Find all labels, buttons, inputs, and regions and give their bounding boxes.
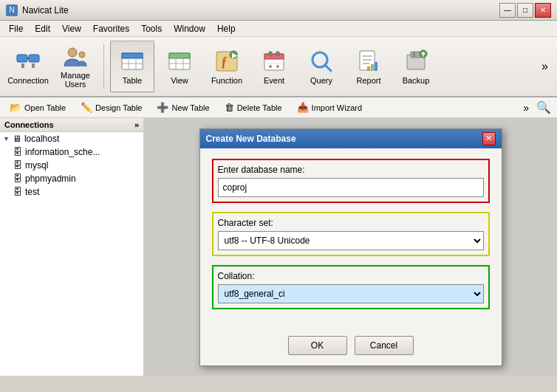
svg-rect-13 bbox=[169, 53, 190, 58]
backup-icon bbox=[403, 48, 429, 75]
tree-item-phpmyadmin[interactable]: 🗄 phpmyadmin bbox=[0, 172, 143, 185]
titlebar-controls: — □ ✕ bbox=[499, 3, 551, 18]
design-table-button[interactable]: ✏️ Design Table bbox=[74, 100, 148, 116]
report-icon bbox=[355, 48, 382, 75]
phpmyadmin-icon: 🗄 bbox=[13, 173, 22, 184]
charset-label: Character set: bbox=[218, 218, 484, 228]
localhost-icon: 🖥 bbox=[13, 134, 21, 144]
test-icon: 🗄 bbox=[13, 187, 22, 197]
design-table-icon: ✏️ bbox=[81, 102, 92, 113]
cancel-button[interactable]: Cancel bbox=[355, 336, 414, 355]
more-options-icon[interactable]: » bbox=[520, 99, 532, 117]
content-area: Create New Database ✕ Enter database nam… bbox=[144, 118, 557, 376]
menu-view[interactable]: View bbox=[56, 22, 87, 35]
open-table-label: Open Table bbox=[24, 103, 66, 112]
table-icon bbox=[119, 48, 146, 75]
table-label: Table bbox=[123, 76, 142, 85]
charset-select[interactable]: utf8 -- UTF-8 Unicode latin1 -- Latin1 bbox=[218, 231, 484, 250]
svg-point-6 bbox=[79, 52, 85, 58]
dialog-footer: OK Cancel bbox=[200, 330, 502, 365]
svg-marker-35 bbox=[371, 64, 374, 71]
new-table-button[interactable]: ➕ New Table bbox=[150, 100, 216, 116]
app-title: Navicat Lite bbox=[22, 5, 69, 16]
svg-point-5 bbox=[68, 48, 77, 57]
collation-group: Collation: utf8_general_ci utf8_bin utf8… bbox=[212, 265, 490, 309]
toolbar-backup[interactable]: Backup bbox=[394, 41, 438, 92]
tree-item-mysql[interactable]: 🗄 mysql bbox=[0, 159, 143, 172]
svg-rect-0 bbox=[17, 55, 27, 62]
connection-label: Connection bbox=[7, 76, 49, 85]
collation-label: Collation: bbox=[218, 271, 484, 281]
tree-item-test[interactable]: 🗄 test bbox=[0, 185, 143, 199]
menu-file[interactable]: File bbox=[3, 22, 29, 35]
toolbar-query[interactable]: Query bbox=[299, 41, 344, 92]
localhost-label: localhost bbox=[24, 134, 59, 144]
information-schema-label: information_sche... bbox=[25, 147, 100, 157]
toolbar-manage-users[interactable]: Manage Users bbox=[53, 41, 98, 92]
svg-point-26 bbox=[269, 65, 272, 68]
new-table-label: New Table bbox=[171, 103, 209, 112]
menubar: File Edit View Favorites Tools Window He… bbox=[0, 21, 557, 37]
menu-edit[interactable]: Edit bbox=[29, 22, 56, 35]
svg-marker-36 bbox=[367, 66, 370, 71]
menu-window[interactable]: Window bbox=[168, 22, 211, 35]
toolbar-report[interactable]: Report bbox=[346, 41, 391, 92]
import-wizard-button[interactable]: 📥 Import Wizard bbox=[290, 100, 369, 116]
svg-marker-34 bbox=[375, 62, 377, 71]
toolbar-sep-1 bbox=[103, 44, 104, 89]
search-icon[interactable]: 🔍 bbox=[533, 97, 554, 117]
connection-icon bbox=[15, 48, 41, 75]
function-icon: ƒ ▶ bbox=[213, 48, 240, 75]
toolbar-event[interactable]: Event bbox=[252, 41, 296, 92]
toolbar-function[interactable]: ƒ ▶ Function bbox=[205, 41, 249, 92]
db-name-input[interactable] bbox=[218, 178, 484, 197]
new-table-icon: ➕ bbox=[157, 102, 168, 113]
svg-rect-8 bbox=[122, 53, 143, 58]
dialog-close-button[interactable]: ✕ bbox=[482, 132, 496, 145]
svg-rect-4 bbox=[32, 63, 35, 68]
delete-table-icon: 🗑 bbox=[225, 102, 234, 113]
event-label: Event bbox=[264, 76, 284, 85]
manage-users-label: Manage Users bbox=[57, 71, 94, 89]
svg-rect-24 bbox=[276, 52, 279, 56]
toolbar-table[interactable]: Table bbox=[110, 41, 154, 92]
import-wizard-icon: 📥 bbox=[297, 102, 309, 113]
event-icon bbox=[261, 48, 287, 75]
charset-group: Character set: utf8 -- UTF-8 Unicode lat… bbox=[212, 212, 490, 256]
information-schema-icon: 🗄 bbox=[13, 147, 22, 157]
db-name-label: Enter database name: bbox=[218, 165, 484, 175]
svg-line-29 bbox=[325, 65, 331, 71]
toolbar-connection[interactable]: Connection bbox=[6, 41, 50, 92]
delete-table-button[interactable]: 🗑 Delete Table bbox=[218, 100, 289, 116]
mysql-label: mysql bbox=[25, 160, 48, 171]
collation-select[interactable]: utf8_general_ci utf8_bin utf8_unicode_ci bbox=[218, 284, 484, 303]
minimize-button[interactable]: — bbox=[499, 3, 516, 18]
tree-arrow-localhost: ▼ bbox=[3, 135, 10, 142]
toolbar-view[interactable]: View bbox=[157, 41, 202, 92]
menu-tools[interactable]: Tools bbox=[135, 22, 168, 35]
tree-item-localhost[interactable]: ▼ 🖥 localhost bbox=[0, 132, 143, 145]
svg-rect-39 bbox=[413, 52, 415, 57]
mysql-icon: 🗄 bbox=[13, 160, 22, 171]
svg-rect-23 bbox=[269, 52, 272, 56]
query-icon bbox=[308, 48, 335, 75]
svg-text:▶: ▶ bbox=[232, 52, 238, 59]
design-table-label: Design Table bbox=[95, 103, 142, 112]
menu-favorites[interactable]: Favorites bbox=[87, 22, 135, 35]
titlebar: N Navicat Lite — □ ✕ bbox=[0, 0, 557, 21]
ok-button[interactable]: OK bbox=[288, 336, 347, 355]
maximize-button[interactable]: □ bbox=[517, 3, 533, 18]
backup-label: Backup bbox=[403, 76, 430, 85]
close-button[interactable]: ✕ bbox=[535, 3, 551, 18]
function-label: Function bbox=[211, 76, 242, 85]
open-table-icon: 📂 bbox=[10, 102, 21, 113]
view-icon bbox=[166, 48, 193, 75]
db-name-group: Enter database name: bbox=[212, 159, 490, 203]
delete-table-label: Delete Table bbox=[237, 103, 282, 112]
connections-expand-icon[interactable]: » bbox=[134, 120, 139, 129]
dialog-titlebar: Create New Database ✕ bbox=[200, 129, 502, 148]
tree-item-information-schema[interactable]: 🗄 information_sche... bbox=[0, 145, 143, 159]
more-icon[interactable]: » bbox=[539, 57, 551, 76]
open-table-button[interactable]: 📂 Open Table bbox=[3, 100, 72, 116]
menu-help[interactable]: Help bbox=[211, 22, 242, 35]
